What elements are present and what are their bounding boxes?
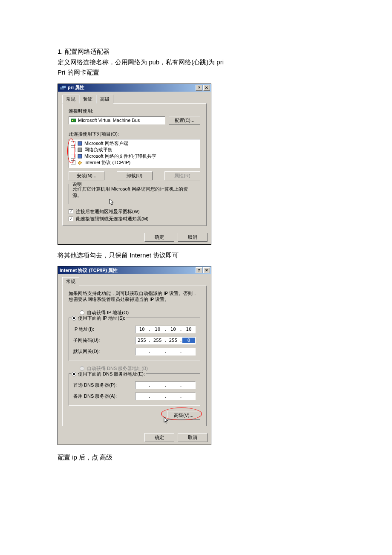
radio	[80, 366, 84, 371]
radio[interactable]	[80, 310, 84, 315]
svg-rect-6	[78, 154, 82, 158]
checkbox[interactable]	[71, 154, 75, 159]
radio-use-dns[interactable]: 使用下面的 DNS 服务器地址(E):	[71, 371, 146, 377]
description-text: 允许其它计算机用 Microsoft 网络访问您的计算机上的资源。	[72, 186, 196, 200]
help-button[interactable]: ?	[196, 267, 202, 273]
this-connection-uses-label: 此连接使用下列项目(O):	[69, 131, 200, 137]
radio[interactable]	[72, 316, 76, 321]
description-legend: 说明	[72, 181, 83, 188]
radio-use-ip[interactable]: 使用下面的 IP 地址(S):	[71, 315, 126, 321]
list-item[interactable]: 网络负载平衡	[71, 147, 198, 153]
tab-general[interactable]: 常规	[62, 95, 79, 104]
protocol-icon	[77, 160, 83, 165]
list-item[interactable]: ✓ Internet 协议 (TCP/IP)	[71, 159, 198, 166]
alternate-dns-label: 备用 DNS 服务器(A):	[73, 393, 135, 399]
ok-button[interactable]: 确定	[144, 233, 174, 242]
cancel-button[interactable]: 取消	[178, 433, 208, 442]
show-icon-label: 连接后在通知区域显示图标(W)	[76, 208, 140, 215]
alternate-dns-field[interactable]: ...	[135, 393, 196, 400]
window-title: pri 属性	[59, 84, 195, 91]
ip-address-field[interactable]: 10.10.10.10	[135, 326, 196, 333]
doc-line-1: 1. 配置网络适配器	[58, 47, 334, 57]
adapter-icon	[71, 118, 76, 123]
service-icon	[77, 147, 83, 153]
checkbox[interactable]	[71, 141, 75, 146]
radio-use-dns-label: 使用下面的 DNS 服务器地址(E):	[78, 371, 145, 377]
svg-rect-2	[71, 119, 76, 122]
radio[interactable]	[72, 372, 76, 376]
show-icon-checkbox-row[interactable]: ✓ 连接后在通知区域显示图标(W)	[69, 208, 200, 215]
checkbox[interactable]: ✓	[71, 160, 75, 165]
device-field: Microsoft Virtual Machine Bus	[69, 116, 165, 124]
titlebar: Internet 协议 (TCP/IP) 属性 ? ✕	[58, 266, 211, 274]
close-button[interactable]: ✕	[203, 85, 210, 91]
preferred-dns-label: 首选 DNS 服务器(P):	[73, 382, 135, 388]
info-text: 如果网络支持此功能，则可以获取自动指派的 IP 设置。否则，您需要从网络系统管理…	[69, 290, 200, 303]
gateway-label: 默认网关(D):	[73, 348, 135, 355]
titlebar: pri 属性 ? ✕	[58, 84, 211, 92]
properties-button[interactable]: 属性(R)	[164, 171, 200, 180]
doc-line-3: Pri 的网卡配置	[58, 68, 334, 78]
radio-use-ip-label: 使用下面的 IP 地址(S):	[78, 315, 125, 321]
tab-general-panel: 连接时使用: Microsoft Virtual Machine Bus 配置(…	[62, 103, 207, 226]
doc-line-2: 定义网络连接名称，公用网络为 pub，私有网络(心跳)为 pri	[58, 58, 334, 67]
svg-rect-4	[78, 142, 82, 145]
advanced-button[interactable]: 高级(V)...	[167, 411, 200, 420]
dns-group: 使用下面的 DNS 服务器地址(E): 首选 DNS 服务器(P): ... 备…	[69, 373, 200, 406]
device-name: Microsoft Virtual Machine Bus	[78, 118, 140, 123]
ip-address-label: IP 地址(I):	[73, 326, 135, 332]
ok-button[interactable]: 确定	[144, 433, 174, 442]
list-item[interactable]: Microsoft 网络的文件和打印机共享	[71, 153, 198, 159]
close-button[interactable]: ✕	[203, 267, 210, 273]
connect-using-label: 连接时使用:	[69, 108, 200, 114]
svg-rect-5	[78, 148, 82, 152]
list-item-label: Internet 协议 (TCP/IP)	[84, 159, 130, 166]
doc-line-5: 配置 ip 后，点 高级	[58, 453, 334, 462]
tab-general[interactable]: 常规	[62, 277, 79, 286]
checkbox[interactable]	[71, 147, 75, 152]
subnet-mask-label: 子网掩码(U):	[73, 337, 135, 344]
checkbox[interactable]: ✓	[69, 209, 73, 214]
tabs: 常规 验证 高级	[62, 94, 207, 103]
client-icon	[77, 141, 83, 146]
subnet-mask-field[interactable]: 255.255.255.0	[135, 337, 196, 344]
uninstall-button[interactable]: 卸载(U)	[117, 171, 153, 180]
tcpip-properties-dialog: Internet 协议 (TCP/IP) 属性 ? ✕ 常规 如果网络支持此功能…	[58, 266, 211, 445]
svg-rect-1	[62, 86, 66, 88]
list-item[interactable]: Microsoft 网络客户端	[71, 140, 198, 147]
tab-auth[interactable]: 验证	[79, 95, 96, 104]
configure-button[interactable]: 配置(C)...	[169, 116, 200, 125]
svg-rect-3	[72, 120, 73, 121]
list-item-label: Microsoft 网络客户端	[84, 140, 128, 147]
checkbox[interactable]: ✓	[69, 217, 73, 221]
components-listbox[interactable]: Microsoft 网络客户端 网络负载平衡 Microsoft 网络的文件和打…	[69, 139, 200, 168]
ip-group: 使用下面的 IP 地址(S): IP 地址(I): 10.10.10.10 子网…	[69, 318, 200, 361]
tab-advanced[interactable]: 高级	[96, 95, 113, 104]
limited-label: 此连接被限制或无连接时通知我(M)	[76, 216, 149, 222]
list-item-label: 网络负载平衡	[84, 147, 112, 153]
window-title: Internet 协议 (TCP/IP) 属性	[59, 267, 195, 274]
cancel-button[interactable]: 取消	[178, 233, 208, 242]
install-button[interactable]: 安装(N)...	[69, 171, 104, 180]
gateway-field[interactable]: ...	[135, 348, 196, 356]
tab-general-panel: 如果网络支持此功能，则可以获取自动指派的 IP 设置。否则，您需要从网络系统管理…	[62, 286, 207, 426]
limited-notify-checkbox-row[interactable]: ✓ 此连接被限制或无连接时通知我(M)	[69, 216, 200, 222]
list-item-label: Microsoft 网络的文件和打印机共享	[84, 153, 156, 159]
doc-line-4: 将其他选项勾去，只保留 Internet 协议即可	[58, 251, 334, 260]
share-icon	[77, 153, 83, 159]
preferred-dns-field[interactable]: ...	[135, 382, 196, 389]
pri-properties-dialog: pri 属性 ? ✕ 常规 验证 高级 连接时使用: Microsoft Vir…	[58, 84, 211, 245]
tabs: 常规	[62, 277, 207, 286]
network-icon	[60, 85, 66, 90]
help-button[interactable]: ?	[196, 85, 202, 91]
